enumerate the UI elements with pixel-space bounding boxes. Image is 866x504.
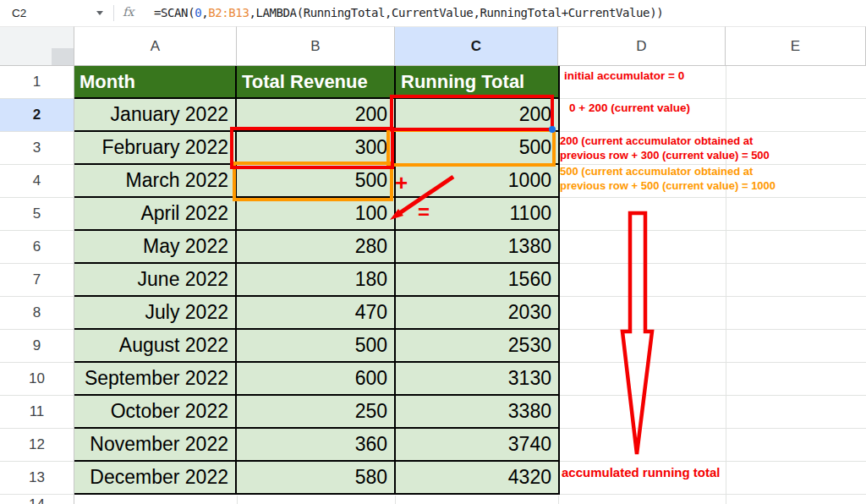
cell-c9[interactable]: 2530: [396, 330, 560, 363]
row-header-7[interactable]: 7: [0, 264, 74, 297]
cell-a12[interactable]: November 2022: [74, 429, 237, 462]
annotation-step2-line1: 200 (current accumulator obtained at: [560, 134, 753, 147]
column-header-e[interactable]: E: [726, 26, 866, 66]
cell-b6[interactable]: 280: [237, 231, 396, 264]
cell-a9[interactable]: August 2022: [74, 330, 237, 363]
cell-a2[interactable]: January 2022: [74, 99, 237, 132]
cell-a5[interactable]: April 2022: [74, 198, 237, 231]
cell-a13[interactable]: December 2022: [74, 462, 237, 495]
annotation-step3-line1: 500 (current accumulator obtained at: [560, 165, 753, 178]
formula-token: =SCAN(: [154, 6, 195, 19]
cell-a4[interactable]: March 2022: [74, 165, 237, 198]
highlight-box-c3: [386, 129, 556, 167]
row-header-5[interactable]: 5: [0, 198, 74, 231]
cell-a11[interactable]: October 2022: [74, 396, 237, 429]
annotation-initial-accumulator: initial accumulator = 0: [564, 69, 684, 82]
row-header-3[interactable]: 3: [0, 132, 74, 165]
row-header-4[interactable]: 4: [0, 165, 74, 198]
spreadsheet-app: C2 fx =SCAN(0,B2:B13,LAMBDA(RunningTotal…: [0, 0, 866, 504]
annotation-step3-line2: previous row + 500 (current value) = 100…: [560, 179, 776, 192]
divider: [113, 5, 114, 21]
name-box[interactable]: C2: [0, 0, 90, 26]
empty-grid-area[interactable]: [558, 66, 866, 504]
equals-sign-annotation: =: [418, 202, 430, 222]
plus-sign-annotation: +: [395, 172, 408, 194]
highlight-box-c2: [390, 95, 554, 131]
cell-c10[interactable]: 3130: [396, 363, 560, 396]
cell-c6[interactable]: 1380: [396, 231, 560, 264]
formula-input[interactable]: =SCAN(0,B2:B13,LAMBDA(RunningTotal,Curre…: [154, 6, 663, 19]
row-header-8[interactable]: 8: [0, 297, 74, 330]
gridline: [558, 496, 559, 504]
gridline: [395, 496, 396, 504]
cell-b8[interactable]: 470: [237, 297, 396, 330]
row-header-13[interactable]: 13: [0, 462, 74, 495]
formula-token: 0: [195, 6, 201, 19]
highlight-box-b3: [230, 127, 394, 169]
row-header-9[interactable]: 9: [0, 330, 74, 363]
column-header-c[interactable]: C: [395, 26, 558, 66]
formula-bar: C2 fx =SCAN(0,B2:B13,LAMBDA(RunningTotal…: [0, 0, 866, 26]
fill-handle-dot[interactable]: [549, 126, 556, 133]
formula-token: ,LAMBDA(RunningTotal,CurrentValue,Runnin…: [249, 6, 663, 19]
cell-a7[interactable]: June 2022: [74, 264, 237, 297]
cell-a10[interactable]: September 2022: [74, 363, 237, 396]
cell-b5[interactable]: 100: [237, 198, 396, 231]
cell-a3[interactable]: February 2022: [74, 132, 237, 165]
cell-b13[interactable]: 580: [237, 462, 396, 495]
row-header-11[interactable]: 11: [0, 396, 74, 429]
formula-token: B2:B13: [208, 6, 249, 19]
row-header-6[interactable]: 6: [0, 231, 74, 264]
cell-a8[interactable]: July 2022: [74, 297, 237, 330]
gridline: [726, 66, 726, 504]
cell-c11[interactable]: 3380: [396, 396, 560, 429]
cell-b11[interactable]: 250: [237, 396, 396, 429]
chevron-down-icon[interactable]: [96, 11, 103, 19]
row-header-2[interactable]: 2: [0, 99, 74, 132]
column-headers: ABCDE: [0, 26, 866, 66]
cell-c4[interactable]: 1000: [396, 165, 560, 198]
gridline: [237, 496, 238, 504]
header-cell-b1[interactable]: Total Revenue: [237, 66, 396, 99]
row-header-10[interactable]: 10: [0, 363, 74, 396]
cell-c12[interactable]: 3740: [396, 429, 560, 462]
header-cell-a1[interactable]: Month: [74, 66, 237, 99]
row-headers: 1234567891011121314: [0, 66, 74, 504]
column-header-b[interactable]: B: [237, 26, 395, 66]
cell-c13[interactable]: 4320: [396, 462, 560, 495]
annotation-step2-line2: previous row + 300 (current value) = 500: [560, 149, 770, 162]
column-header-d[interactable]: D: [558, 26, 726, 66]
column-header-a[interactable]: A: [74, 26, 237, 66]
cell-b7[interactable]: 180: [237, 264, 396, 297]
cell-a6[interactable]: May 2022: [74, 231, 237, 264]
row-header-1[interactable]: 1: [0, 66, 74, 99]
cell-b10[interactable]: 600: [237, 363, 396, 396]
select-all-corner[interactable]: [0, 26, 74, 66]
cell-c8[interactable]: 2030: [396, 297, 560, 330]
cell-b9[interactable]: 500: [237, 330, 396, 363]
fx-icon: fx: [123, 5, 134, 19]
row-header-12[interactable]: 12: [0, 429, 74, 462]
cell-b12[interactable]: 360: [237, 429, 396, 462]
cell-c7[interactable]: 1560: [396, 264, 560, 297]
annotation-step1: 0 + 200 (current value): [569, 101, 690, 114]
row-header-14[interactable]: 14: [0, 495, 74, 504]
annotation-accumulated-total: accumulated running total: [562, 465, 721, 479]
